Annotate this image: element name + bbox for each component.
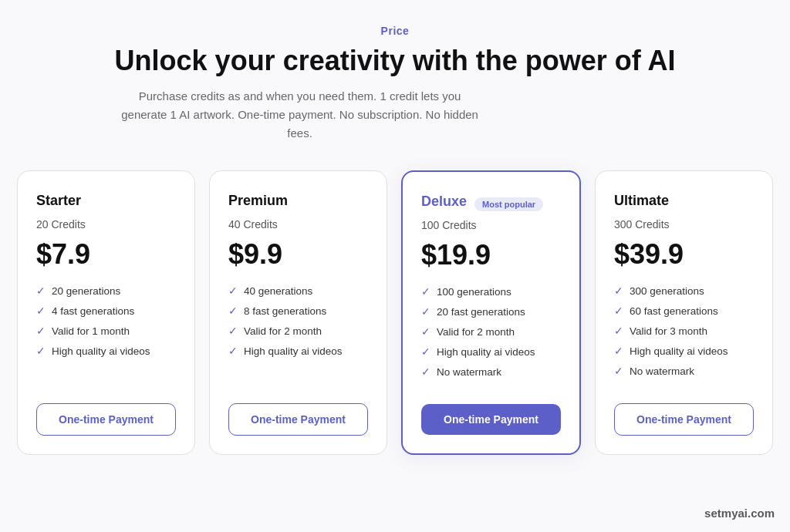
plan-name-deluxe: Deluxe: [421, 194, 467, 210]
check-icon: ✓: [36, 345, 46, 357]
feature-text: Valid for 2 month: [437, 326, 515, 338]
most-popular-badge: Most popular: [474, 197, 543, 211]
plan-name-premium: Premium: [228, 193, 288, 209]
check-icon: ✓: [614, 345, 623, 357]
plan-price-deluxe: $19.9: [421, 239, 561, 271]
feature-text: No watermark: [630, 365, 694, 377]
feature-item: ✓20 fast generations: [421, 305, 561, 318]
feature-item: ✓60 fast generations: [614, 305, 754, 317]
feature-item: ✓300 generations: [614, 285, 754, 297]
check-icon: ✓: [228, 325, 238, 337]
feature-item: ✓Valid for 3 month: [614, 325, 754, 337]
page-title: Unlock your creativity with the power of…: [115, 45, 676, 76]
check-icon: ✓: [421, 345, 430, 358]
feature-text: 8 fast generations: [244, 305, 326, 317]
feature-item: ✓4 fast generations: [36, 305, 176, 317]
page-header: Price Unlock your creativity with the po…: [115, 25, 676, 143]
pricing-card-ultimate: Ultimate300 Credits$39.9✓300 generations…: [595, 170, 773, 455]
check-icon: ✓: [614, 325, 623, 337]
pricing-cards: Starter20 Credits$7.9✓20 generations✓4 f…: [17, 170, 773, 455]
feature-item: ✓8 fast generations: [228, 305, 368, 317]
feature-text: High quality ai videos: [437, 346, 535, 358]
feature-item: ✓High quality ai videos: [228, 345, 368, 357]
cta-button-deluxe[interactable]: One-time Payment: [421, 404, 561, 435]
pricing-card-starter: Starter20 Credits$7.9✓20 generations✓4 f…: [17, 170, 195, 455]
feature-text: Valid for 2 month: [244, 325, 322, 337]
feature-text: 40 generations: [244, 285, 312, 297]
cta-button-starter[interactable]: One-time Payment: [36, 403, 176, 436]
feature-text: Valid for 1 month: [52, 325, 130, 337]
check-icon: ✓: [614, 305, 623, 317]
feature-text: 20 generations: [52, 285, 120, 297]
check-icon: ✓: [421, 285, 430, 298]
plan-credits-premium: 40 Credits: [228, 218, 368, 231]
check-icon: ✓: [614, 285, 623, 297]
feature-item: ✓100 generations: [421, 285, 561, 298]
cta-button-premium[interactable]: One-time Payment: [228, 403, 368, 436]
plan-price-premium: $9.9: [228, 238, 368, 271]
features-list-ultimate: ✓300 generations✓60 fast generations✓Val…: [614, 285, 754, 385]
check-icon: ✓: [421, 305, 430, 318]
feature-item: ✓Valid for 2 month: [421, 325, 561, 338]
check-icon: ✓: [614, 365, 623, 377]
feature-text: 60 fast generations: [630, 305, 718, 317]
plan-credits-starter: 20 Credits: [36, 218, 176, 231]
feature-text: 300 generations: [630, 285, 704, 297]
check-icon: ✓: [421, 325, 430, 338]
plan-name-starter: Starter: [36, 193, 81, 209]
check-icon: ✓: [421, 365, 430, 378]
feature-item: ✓Valid for 1 month: [36, 325, 176, 337]
features-list-deluxe: ✓100 generations✓20 fast generations✓Val…: [421, 285, 561, 386]
plan-price-ultimate: $39.9: [614, 238, 754, 271]
plan-price-starter: $7.9: [36, 238, 176, 271]
feature-text: 100 generations: [437, 286, 511, 298]
features-list-premium: ✓40 generations✓8 fast generations✓Valid…: [228, 285, 368, 385]
feature-text: High quality ai videos: [52, 345, 150, 357]
feature-text: High quality ai videos: [244, 345, 343, 357]
check-icon: ✓: [228, 305, 238, 317]
cta-button-ultimate[interactable]: One-time Payment: [614, 403, 754, 436]
feature-text: 20 fast generations: [437, 306, 525, 318]
feature-text: Valid for 3 month: [630, 325, 707, 337]
price-label: Price: [115, 25, 676, 37]
check-icon: ✓: [228, 345, 238, 357]
feature-item: ✓No watermark: [614, 365, 754, 377]
plan-credits-deluxe: 100 Credits: [421, 219, 561, 231]
feature-item: ✓20 generations: [36, 285, 176, 297]
feature-item: ✓40 generations: [228, 285, 368, 297]
plan-name-ultimate: Ultimate: [614, 193, 669, 209]
check-icon: ✓: [36, 305, 46, 317]
feature-item: ✓High quality ai videos: [421, 345, 561, 358]
feature-text: No watermark: [437, 366, 501, 378]
feature-text: 4 fast generations: [52, 305, 134, 317]
plan-credits-ultimate: 300 Credits: [614, 218, 754, 231]
check-icon: ✓: [36, 325, 46, 337]
pricing-card-deluxe: DeluxeMost popular100 Credits$19.9✓100 g…: [401, 170, 581, 455]
check-icon: ✓: [36, 285, 46, 297]
pricing-card-premium: Premium40 Credits$9.9✓40 generations✓8 f…: [209, 170, 387, 455]
check-icon: ✓: [228, 285, 238, 297]
feature-item: ✓Valid for 2 month: [228, 325, 368, 337]
feature-item: ✓No watermark: [421, 365, 561, 378]
features-list-starter: ✓20 generations✓4 fast generations✓Valid…: [36, 285, 176, 385]
page-subtitle: Purchase credits as and when you need th…: [115, 87, 485, 143]
feature-item: ✓High quality ai videos: [36, 345, 176, 357]
feature-item: ✓High quality ai videos: [614, 345, 754, 357]
watermark: setmyai.com: [704, 507, 775, 520]
feature-text: High quality ai videos: [630, 345, 728, 357]
